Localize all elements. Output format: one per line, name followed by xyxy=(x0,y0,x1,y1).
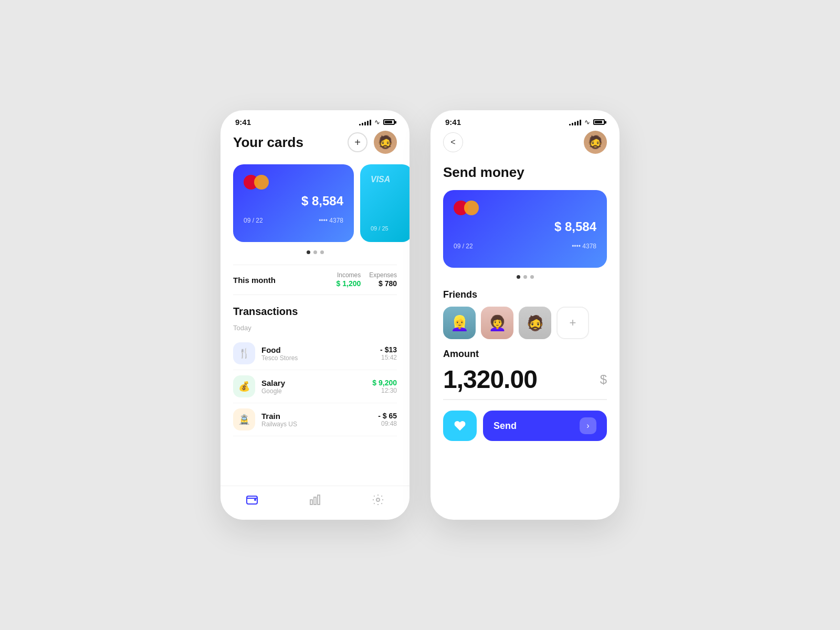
send-button-label: Send xyxy=(494,421,517,432)
right-card-number: •••• 4378 xyxy=(572,243,596,250)
left-content: Your cards + 🧔 $ 8,584 09 / 22 •••• 4378 xyxy=(220,131,410,486)
table-row[interactable]: 🍴 Food Tesco Stores - $13 15:42 xyxy=(233,337,397,370)
wifi-icon: ∿ xyxy=(374,118,380,126)
table-row[interactable]: 🚊 Train Railways US - $ 65 09:48 xyxy=(233,403,397,436)
svg-rect-4 xyxy=(318,495,320,505)
avatar[interactable]: 🧔 xyxy=(374,131,397,154)
friend-3[interactable]: 🧔 xyxy=(519,307,551,339)
transactions-title: Transactions xyxy=(233,306,397,318)
food-sub: Tesco Stores xyxy=(261,354,380,362)
visa-card[interactable]: VISA 09 / 25 xyxy=(360,164,410,242)
friends-section: Friends 👱‍♀️ 👩‍🦱 🧔 + xyxy=(443,289,607,339)
right-card-amount: $ 8,584 xyxy=(454,219,596,234)
friend-1[interactable]: 👱‍♀️ xyxy=(443,307,476,339)
right-wifi-icon: ∿ xyxy=(584,118,590,126)
salary-sub: Google xyxy=(261,387,372,395)
incomes-stat: Incomes $ 1,200 xyxy=(337,271,361,288)
page-title: Your cards xyxy=(233,134,303,151)
right-card-bottom: 09 / 22 •••• 4378 xyxy=(454,243,596,250)
left-time: 9:41 xyxy=(235,118,251,127)
friend-2-image: 👩‍🦱 xyxy=(481,307,513,339)
send-button[interactable]: Send › xyxy=(483,411,607,441)
left-phone: 9:41 ∿ Your cards + 🧔 xyxy=(220,110,410,520)
status-icons: ∿ xyxy=(359,118,395,126)
right-avatar[interactable]: 🧔 xyxy=(584,131,607,154)
salary-time: 12:30 xyxy=(372,387,397,394)
nav-chart[interactable] xyxy=(309,494,321,509)
right-time: 9:41 xyxy=(445,118,461,127)
right-dot-2 xyxy=(523,275,527,279)
salary-name: Salary xyxy=(261,379,372,387)
train-icon: 🚊 xyxy=(233,408,255,430)
expenses-label: Expenses xyxy=(369,271,397,279)
gear-icon xyxy=(372,494,384,509)
expenses-value: $ 780 xyxy=(379,279,397,288)
expenses-stat: Expenses $ 780 xyxy=(369,271,397,288)
avatar-image: 🧔 xyxy=(374,131,397,154)
dot-1 xyxy=(307,250,310,254)
table-row[interactable]: 💰 Salary Google $ 9,200 12:30 xyxy=(233,370,397,403)
svg-point-1 xyxy=(255,499,256,500)
salary-amount: $ 9,200 xyxy=(372,379,397,387)
bottom-nav xyxy=(220,486,410,520)
friend-2[interactable]: 👩‍🦱 xyxy=(481,307,513,339)
friend-3-image: 🧔 xyxy=(519,307,551,339)
mastercard-logo xyxy=(244,175,343,190)
right-card-expiry: 09 / 22 xyxy=(454,243,473,250)
send-title: Send money xyxy=(443,164,607,181)
svg-rect-2 xyxy=(310,500,312,505)
nav-wallet[interactable] xyxy=(246,494,258,509)
currency-symbol: $ xyxy=(600,372,607,387)
visa-label: VISA xyxy=(371,175,402,184)
main-card[interactable]: $ 8,584 09 / 22 •••• 4378 xyxy=(233,164,354,242)
food-right: - $13 15:42 xyxy=(380,345,397,361)
train-sub: Railways US xyxy=(261,421,378,428)
amount-row: 1,320.00 $ xyxy=(443,365,607,400)
left-header: Your cards + 🧔 xyxy=(233,131,397,154)
right-status-icons: ∿ xyxy=(569,118,605,126)
back-button[interactable]: < xyxy=(443,132,463,152)
nav-settings[interactable] xyxy=(372,494,384,509)
dot-2 xyxy=(313,250,317,254)
amount-title: Amount xyxy=(443,349,607,360)
right-card-dots xyxy=(443,275,607,279)
salary-info: Salary Google xyxy=(261,379,372,395)
food-name: Food xyxy=(261,345,380,354)
amount-value: 1,320.00 xyxy=(443,365,537,394)
month-stats: This month Incomes $ 1,200 Expenses $ 78… xyxy=(233,265,397,295)
left-status-bar: 9:41 ∿ xyxy=(220,110,410,131)
transaction-list: 🍴 Food Tesco Stores - $13 15:42 💰 Salary xyxy=(233,337,397,436)
salary-right: $ 9,200 12:30 xyxy=(372,379,397,394)
action-row: Send › xyxy=(443,411,607,441)
food-time: 15:42 xyxy=(380,354,397,361)
signal-icon xyxy=(359,119,371,125)
friends-list: 👱‍♀️ 👩‍🦱 🧔 + xyxy=(443,307,607,339)
amount-section: Amount 1,320.00 $ xyxy=(443,349,607,400)
right-mastercard-logo xyxy=(454,201,596,215)
right-dot-1 xyxy=(517,275,520,279)
right-battery-icon xyxy=(593,119,605,125)
right-dot-3 xyxy=(530,275,534,279)
salary-icon: 💰 xyxy=(233,375,255,397)
right-avatar-image: 🧔 xyxy=(584,131,607,154)
train-right: - $ 65 09:48 xyxy=(378,412,397,427)
right-content: < 🧔 Send money $ 8,584 09 / 22 •••• 4378 xyxy=(430,131,620,520)
visa-expiry: 09 / 25 xyxy=(371,225,402,232)
right-status-bar: 9:41 ∿ xyxy=(430,110,620,131)
right-mc-orange xyxy=(464,201,479,215)
card-dots xyxy=(233,250,397,254)
favorite-button[interactable] xyxy=(443,411,477,441)
header-actions: + 🧔 xyxy=(348,131,397,154)
card-number: •••• 4378 xyxy=(319,217,343,224)
right-main-card[interactable]: $ 8,584 09 / 22 •••• 4378 xyxy=(443,190,607,268)
food-icon: 🍴 xyxy=(233,342,255,364)
add-friend-button[interactable]: + xyxy=(556,307,589,339)
incomes-label: Incomes xyxy=(337,271,361,279)
train-info: Train Railways US xyxy=(261,412,378,428)
add-card-button[interactable]: + xyxy=(348,132,368,152)
incomes-value: $ 1,200 xyxy=(337,279,361,288)
today-label: Today xyxy=(233,324,397,332)
wallet-icon xyxy=(246,494,258,509)
mc-orange-circle xyxy=(254,175,269,190)
svg-rect-3 xyxy=(314,497,316,505)
